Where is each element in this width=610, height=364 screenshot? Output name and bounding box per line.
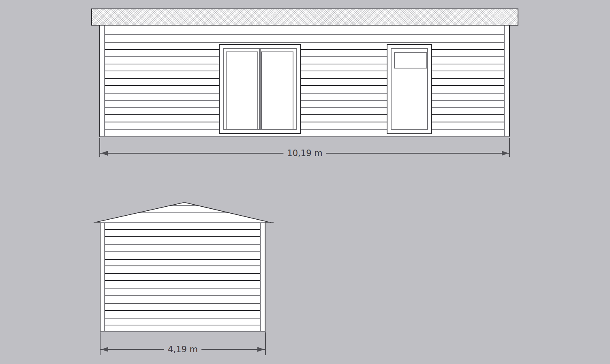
side-dimension-label: 4,19 m [164, 345, 201, 354]
side-wall-siding [105, 223, 260, 331]
front-dimension-label: 10,19 m [283, 148, 326, 158]
front-wall[interactable] [99, 26, 510, 137]
siding-line [105, 229, 260, 230]
siding-line [105, 129, 504, 130]
siding-line [105, 251, 260, 252]
dimension-arrow-right [257, 347, 264, 352]
siding-line [105, 49, 504, 50]
window-right-pane [261, 51, 293, 130]
double-window[interactable] [219, 44, 301, 134]
gable-roof-outline[interactable] [93, 200, 274, 224]
siding-line [105, 259, 260, 260]
extension-line-right [509, 138, 510, 157]
siding-line [105, 273, 260, 274]
siding-line [105, 318, 260, 319]
siding-line [105, 64, 504, 64]
siding-line [105, 122, 504, 122]
right-corner-board-line [504, 26, 505, 136]
siding-line [105, 100, 504, 101]
dimension-arrow-left [101, 151, 108, 156]
siding-line [105, 42, 504, 43]
siding-line [105, 93, 504, 94]
siding-line [105, 236, 260, 237]
siding-line [105, 244, 260, 245]
extension-line-left [99, 138, 100, 157]
extension-line-left [100, 332, 101, 355]
siding-line [105, 288, 260, 289]
siding-line [105, 280, 260, 281]
extension-line-right [265, 332, 266, 355]
left-corner-board-line [104, 26, 105, 136]
siding-line [105, 71, 504, 71]
door-glazing-panel [394, 52, 427, 69]
siding-line [105, 78, 504, 79]
front-roof-fascia[interactable] [91, 9, 518, 26]
siding-line [105, 107, 504, 108]
siding-line [105, 266, 260, 266]
dimension-arrow-left [101, 347, 108, 352]
siding-line [105, 303, 260, 304]
entry-door[interactable] [387, 44, 432, 134]
front-wall-siding [105, 26, 504, 136]
siding-line [105, 56, 504, 57]
siding-line [105, 310, 260, 311]
right-corner-board-line [260, 223, 261, 331]
left-corner-board-line [104, 223, 105, 331]
siding-line [105, 325, 260, 325]
siding-line [105, 295, 260, 296]
drawing-canvas[interactable]: 10,19 m 4,19 m [0, 0, 610, 364]
siding-line [105, 85, 504, 86]
dimension-arrow-right [502, 151, 509, 156]
window-mullion [259, 49, 261, 129]
side-wall[interactable] [100, 222, 265, 332]
window-left-pane [226, 51, 258, 130]
siding-line [105, 34, 504, 35]
roof-slope-lines [96, 203, 271, 223]
siding-line [105, 114, 504, 115]
